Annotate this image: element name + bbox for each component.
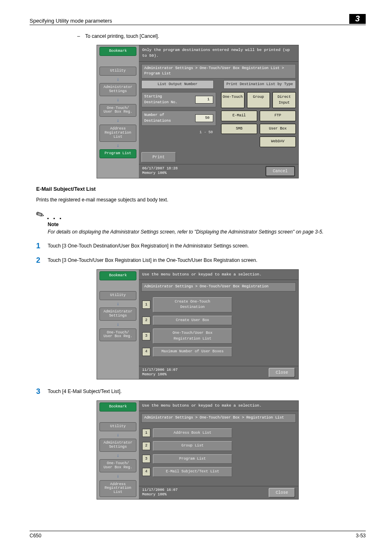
down-arrow-icon: ↓	[99, 96, 136, 104]
onetouch-reg-button[interactable]: One-Touch/ User Box Reg.	[99, 328, 136, 342]
breadcrumb: Administrator Settings > One-Touch/User …	[141, 414, 296, 423]
menu-max-boxes[interactable]: Maximum Number of User Boxes	[153, 347, 232, 357]
menu-num: 2	[142, 317, 150, 325]
down-arrow-icon: ↓	[99, 300, 136, 308]
down-arrow-icon: ↓	[99, 117, 136, 125]
onetouch-reg-button[interactable]: One-Touch/ User Box Reg.	[99, 104, 136, 117]
opt-ftp[interactable]: FTP	[260, 111, 296, 121]
running-header: Specifying Utility mode parameters	[30, 18, 349, 24]
menu-create-userbox[interactable]: Create User Box	[153, 316, 232, 326]
num-dest-label: Number of Destinations	[144, 113, 171, 124]
breadcrumb: Administrator Settings > One-Touch/User …	[141, 64, 296, 79]
utility-button[interactable]: Utility	[99, 67, 136, 76]
addr-reg-list-button[interactable]: Address Registration List	[99, 480, 136, 497]
down-arrow-icon: ↓	[99, 142, 136, 150]
close-button[interactable]: Close	[269, 488, 295, 497]
bullet-text: To cancel printing, touch [Cancel].	[85, 33, 159, 39]
panel-instruction: Use the menu buttons or keypad to make a…	[139, 401, 298, 411]
num-dest-field[interactable]: Number of Destinations 50	[141, 111, 216, 126]
opt-onetouch[interactable]: One-Touch	[221, 92, 244, 108]
panel-instruction: Only the program destinations entered ne…	[139, 45, 298, 62]
step-number: 1	[36, 240, 48, 252]
footer-model: C650	[30, 533, 42, 539]
menu-reg-list[interactable]: One-Touch/User Box Registration List	[153, 328, 232, 344]
down-arrow-icon: ↓	[99, 452, 136, 460]
bookmark-button[interactable]: Bookmark	[99, 47, 136, 56]
utility-button[interactable]: Utility	[99, 291, 136, 300]
status-memory: Memory 100%	[142, 372, 178, 377]
down-arrow-icon: ↓	[99, 431, 136, 439]
opt-webdav[interactable]: WebDAV	[260, 136, 296, 147]
step-number: 2	[36, 255, 48, 266]
menu-num: 3	[142, 332, 150, 340]
down-arrow-icon: ↓	[99, 321, 136, 328]
note-body: For details on displaying the Administra…	[48, 228, 359, 236]
opt-smb[interactable]: SMB	[221, 124, 257, 134]
menu-num: 2	[142, 442, 150, 450]
utility-button[interactable]: Utility	[99, 422, 136, 431]
menu-create-onetouch[interactable]: Create One-Touch Destination	[153, 297, 232, 312]
starting-dest-label: Starting Destination No.	[144, 94, 178, 105]
intro-text: Prints the registered e-mail message sub…	[36, 196, 359, 204]
menu-num: 4	[142, 468, 150, 476]
menu-program-list[interactable]: Program List	[153, 454, 232, 464]
range-text: 1 - 50	[141, 129, 216, 136]
status-datetime: 11/17/2006 16:07	[142, 368, 178, 372]
addr-reg-list-button[interactable]: Address Registration List	[99, 125, 136, 142]
menu-num: 1	[142, 301, 150, 309]
breadcrumb: Administrator Settings > One-Touch/User …	[141, 282, 296, 291]
note-icon: ✎	[33, 206, 47, 223]
bullet-dash: –	[77, 32, 84, 40]
tab-print-by-type[interactable]: Print Destination List by Type	[224, 80, 296, 89]
status-datetime: 11/17/2006 16:07	[142, 488, 178, 493]
opt-group[interactable]: Group	[247, 92, 270, 108]
starting-dest-field[interactable]: Starting Destination No. 1	[141, 92, 216, 107]
print-button[interactable]: Print	[141, 152, 176, 162]
cancel-button[interactable]: Cancel	[265, 166, 295, 176]
opt-email[interactable]: E-Mail	[221, 111, 257, 121]
section-heading: E-Mail Subject/Text List	[36, 185, 359, 193]
tab-list-output[interactable]: List Output Number	[141, 80, 214, 89]
opt-userbox[interactable]: User Box	[260, 124, 296, 134]
admin-settings-button[interactable]: Administrator Settings	[99, 83, 136, 96]
step-number: 3	[36, 386, 48, 397]
program-list-button[interactable]: Program List	[99, 149, 136, 158]
status-memory: Memory 100%	[142, 493, 178, 497]
close-button[interactable]: Close	[269, 368, 295, 377]
screenshot-program-list: Bookmark Utility ↓ Administrator Setting…	[97, 45, 299, 178]
step-text: Touch [3 One-Touch/User Box Registration…	[48, 255, 359, 266]
bookmark-button[interactable]: Bookmark	[99, 402, 136, 412]
opt-direct[interactable]: Direct Input	[272, 92, 296, 108]
menu-num: 4	[142, 348, 150, 356]
note-label: Note	[48, 221, 359, 228]
menu-num: 1	[142, 429, 150, 437]
bookmark-button[interactable]: Bookmark	[99, 271, 136, 280]
menu-num: 3	[142, 455, 150, 463]
down-arrow-icon: ↓	[99, 472, 136, 480]
starting-dest-value: 1	[195, 96, 213, 104]
step-text: Touch [3 One-Touch Destination/User Box …	[48, 240, 359, 252]
panel-instruction: Use the menu buttons or keypad to make a…	[139, 270, 298, 280]
menu-group-list[interactable]: Group List	[153, 441, 232, 451]
screenshot-reg-list: Bookmark Utility ↓ Administrator Setting…	[97, 400, 299, 500]
status-datetime: 06/17/2007 18:28	[142, 166, 178, 171]
num-dest-value: 50	[195, 114, 213, 123]
menu-address-book[interactable]: Address Book List	[153, 428, 232, 438]
screenshot-onetouch-reg: Bookmark Utility ↓ Administrator Setting…	[97, 269, 299, 379]
admin-settings-button[interactable]: Administrator Settings	[99, 439, 136, 452]
step-text: Touch [4 E-Mail Subject/Text List].	[48, 386, 359, 397]
down-arrow-icon: ↓	[99, 76, 136, 83]
footer-page: 3-53	[356, 533, 366, 539]
menu-email-subject[interactable]: E-Mail Subject/Text List	[153, 467, 232, 477]
onetouch-reg-button[interactable]: One-Touch/ User Box Reg.	[99, 459, 136, 472]
admin-settings-button[interactable]: Administrator Settings	[99, 308, 136, 321]
chapter-badge: 3	[349, 14, 366, 24]
status-memory: Memory 100%	[142, 171, 178, 176]
